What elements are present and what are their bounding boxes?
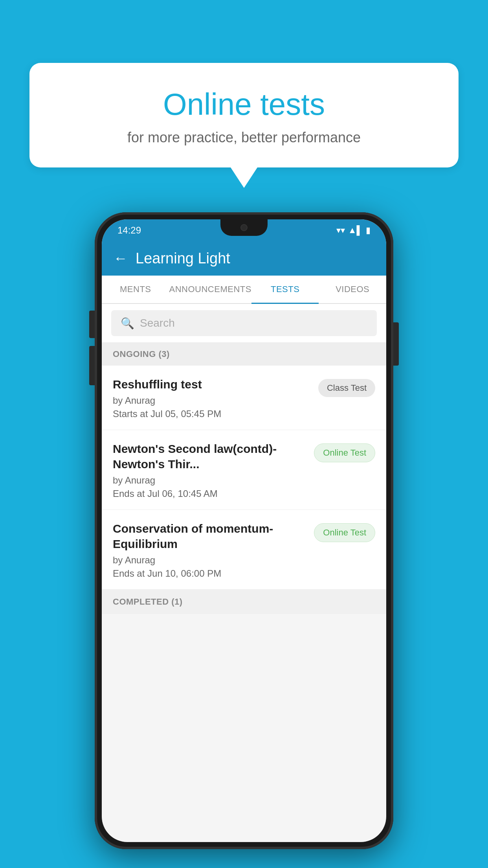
tab-tests[interactable]: TESTS [251,276,319,303]
status-time: 14:29 [117,225,141,236]
search-placeholder: Search [140,317,175,329]
tab-announcements[interactable]: ANNOUNCEMENTS [169,276,251,303]
test-content-1: Reshuffling test by Anurag Starts at Jul… [113,377,312,419]
test-item-3[interactable]: Conservation of momentum-Equilibrium by … [102,510,386,590]
speech-bubble-subtitle: for more practice, better performance [49,129,439,146]
test-time-2: Ends at Jul 06, 10:45 AM [113,488,308,499]
phone-screen: 14:29 ▾▾ ▲▌ ▮ ← Learning Light MENTS ANN… [102,219,386,842]
status-icons: ▾▾ ▲▌ ▮ [336,225,371,235]
test-list: Reshuffling test by Anurag Starts at Jul… [102,366,386,590]
test-item-2[interactable]: Newton's Second law(contd)-Newton's Thir… [102,430,386,510]
test-name-3: Conservation of momentum-Equilibrium [113,521,308,552]
completed-section-header: COMPLETED (1) [102,590,386,614]
search-bar[interactable]: 🔍 Search [111,310,377,336]
search-container: 🔍 Search [102,304,386,343]
vol-down-button [89,346,95,385]
app-title: Learning Light [136,250,230,267]
tab-ments[interactable]: MENTS [102,276,169,303]
back-button[interactable]: ← [114,250,128,267]
app-header: ← Learning Light [102,241,386,276]
test-badge-3: Online Test [314,523,375,542]
speech-bubble: Online tests for more practice, better p… [29,63,459,167]
wifi-icon: ▾▾ [336,225,345,235]
test-name-2: Newton's Second law(contd)-Newton's Thir… [113,441,308,472]
search-icon: 🔍 [121,317,134,330]
test-name-1: Reshuffling test [113,377,312,392]
test-badge-2: Online Test [314,443,375,462]
camera-notch [240,224,248,231]
test-item-1[interactable]: Reshuffling test by Anurag Starts at Jul… [102,366,386,430]
power-button [393,322,399,366]
test-author-3: by Anurag [113,555,308,566]
phone-notch [220,219,268,236]
speech-bubble-title: Online tests [49,86,439,122]
phone-outer: 14:29 ▾▾ ▲▌ ▮ ← Learning Light MENTS ANN… [95,212,393,849]
test-author-1: by Anurag [113,395,312,406]
signal-icon: ▲▌ [348,225,363,235]
ongoing-section-header: ONGOING (3) [102,343,386,366]
phone-mockup: 14:29 ▾▾ ▲▌ ▮ ← Learning Light MENTS ANN… [95,212,393,849]
test-author-2: by Anurag [113,475,308,486]
tab-videos[interactable]: VIDEOS [319,276,386,303]
test-content-2: Newton's Second law(contd)-Newton's Thir… [113,441,308,499]
test-badge-1: Class Test [318,379,375,397]
tabs-container: MENTS ANNOUNCEMENTS TESTS VIDEOS [102,276,386,304]
battery-icon: ▮ [366,225,371,235]
test-time-1: Starts at Jul 05, 05:45 PM [113,408,312,419]
vol-up-button [89,311,95,338]
test-content-3: Conservation of momentum-Equilibrium by … [113,521,308,579]
test-time-3: Ends at Jun 10, 06:00 PM [113,568,308,579]
